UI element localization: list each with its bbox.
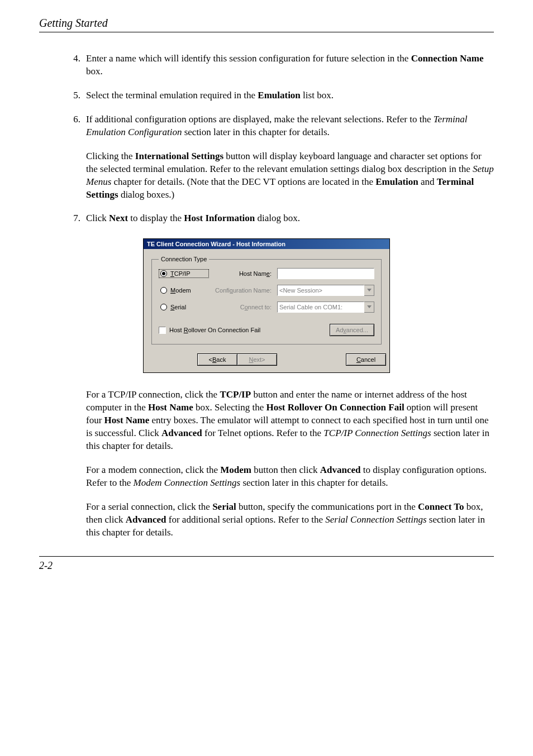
radio-tcpip[interactable]: TTCP/IPCP/IP — [159, 269, 209, 278]
cancel-button[interactable]: Cancel — [346, 353, 386, 366]
radio-tcpip-input[interactable] — [160, 270, 167, 277]
connection-type-legend: Connection Type — [159, 256, 209, 262]
step-4: 4. Enter a name which will identify this… — [58, 52, 494, 78]
radio-serial[interactable]: Serial — [159, 303, 209, 312]
step-number: 7. — [58, 212, 80, 225]
connect-to-label: Connect to: — [212, 304, 274, 310]
step-number: 5. — [58, 89, 80, 102]
footer-rule — [39, 556, 494, 557]
advanced-button: Advanced... — [330, 324, 374, 336]
page-number: 2-2 — [39, 560, 494, 572]
chapter-title: Getting Started — [39, 17, 494, 32]
radio-modem-input[interactable] — [160, 287, 167, 294]
host-rollover-checkbox[interactable]: Host Rollover On Connection Fail — [159, 327, 260, 334]
tcpip-paragraph: For a TCP/IP connection, click the TCP/I… — [86, 389, 494, 453]
step-text: Enter a name which will identify this se… — [86, 52, 494, 78]
host-rollover-input[interactable] — [159, 327, 166, 334]
back-button[interactable]: <Back — [197, 353, 237, 366]
configuration-name-select — [277, 285, 374, 296]
step-5: 5. Select the terminal emulation require… — [58, 89, 494, 102]
svg-marker-1 — [367, 305, 372, 308]
step-text: If additional configuration options are … — [86, 113, 494, 139]
serial-paragraph: For a serial connection, click the Seria… — [86, 501, 494, 539]
connection-type-group: Connection Type TTCP/IPCP/IP Host Name: … — [151, 256, 382, 344]
step-6: 6. If additional configuration options a… — [58, 113, 494, 139]
modem-paragraph: For a modem connection, click the Modem … — [86, 464, 494, 490]
svg-marker-0 — [367, 289, 372, 291]
step-6-continuation: Clicking the International Settings butt… — [86, 150, 494, 202]
next-button: Next> — [237, 353, 277, 366]
step-number: 4. — [58, 52, 80, 78]
configuration-name-label: Configuration Name: — [212, 287, 274, 294]
connect-to-select — [277, 302, 374, 313]
host-name-input[interactable] — [277, 268, 374, 279]
chevron-down-icon — [364, 302, 374, 313]
chevron-down-icon — [364, 285, 374, 296]
step-text: Click Next to display the Host Informati… — [86, 212, 494, 225]
step-7: 7. Click Next to display the Host Inform… — [58, 212, 494, 225]
radio-serial-input[interactable] — [160, 304, 167, 310]
host-name-label: Host Name: — [212, 270, 274, 277]
step-number: 6. — [58, 113, 80, 139]
host-information-dialog: TE Client Connection Wizard - Host Infor… — [143, 238, 390, 373]
configuration-name-value — [277, 285, 364, 296]
radio-modem[interactable]: Modem — [159, 286, 209, 295]
step-text: Select the terminal emulation required i… — [86, 89, 494, 102]
connect-to-value — [277, 302, 364, 313]
dialog-titlebar: TE Client Connection Wizard - Host Infor… — [144, 239, 389, 249]
